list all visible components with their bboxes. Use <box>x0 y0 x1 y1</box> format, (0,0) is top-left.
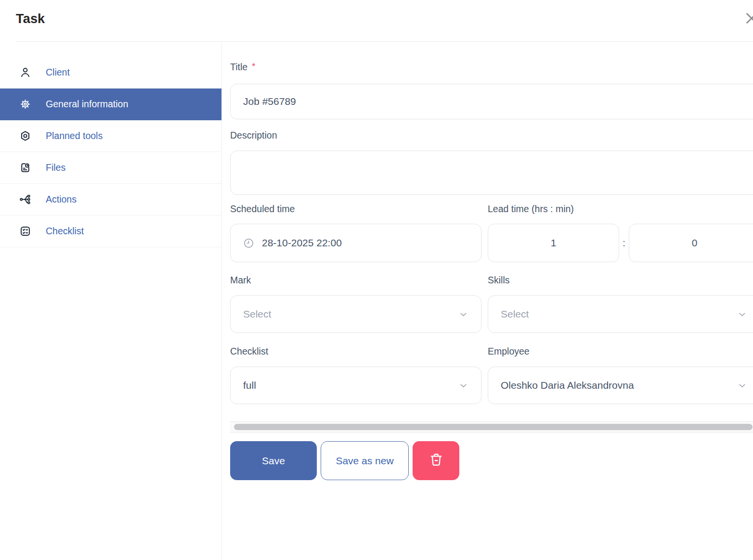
mark-select-placeholder: Select <box>243 308 271 320</box>
checklist-field-group: Checklist full <box>230 346 481 404</box>
save-button[interactable]: Save <box>230 441 317 480</box>
employee-select[interactable]: Oleshko Daria Aleksandrovna <box>488 367 753 404</box>
form-actions: Save Save as new <box>230 441 753 480</box>
task-modal: { "header": { "title": "Task" }, "sideba… <box>0 0 753 560</box>
lead-time-separator: : <box>619 238 629 249</box>
modal-header: Task <box>0 0 753 42</box>
sidebar-item-label: Actions <box>46 194 77 205</box>
skills-select-placeholder: Select <box>501 308 529 320</box>
chevron-down-icon <box>737 309 747 319</box>
skills-label: Skills <box>488 275 510 286</box>
close-icon[interactable] <box>744 11 753 26</box>
lead-time-field-group: Lead time (hrs : min) : <box>488 204 753 262</box>
sidebar-item-checklist[interactable]: Checklist <box>0 216 221 247</box>
employee-field-group: Employee Oleshko Daria Aleksandrovna <box>488 346 753 404</box>
lead-time-minutes-input[interactable] <box>629 224 753 262</box>
checklist-select-value: full <box>243 380 256 391</box>
chevron-down-icon <box>737 381 747 391</box>
scheduled-time-label: Scheduled time <box>230 204 295 215</box>
scheduled-time-value: 28-10-2025 22:00 <box>262 237 342 249</box>
page-title: Task <box>16 12 45 26</box>
description-field-group: Description <box>230 119 753 195</box>
sidebar-item-general-information[interactable]: General information <box>0 89 221 120</box>
flow-branch-icon <box>19 193 31 205</box>
task-form: Title* Description Scheduled time 28 <box>222 42 753 560</box>
sidebar-item-label: Files <box>46 162 65 173</box>
hexagon-nut-icon <box>19 130 31 142</box>
mark-label: Mark <box>230 275 251 286</box>
file-clock-icon <box>19 162 31 174</box>
header-divider <box>16 41 753 42</box>
checklist-employee-row: Checklist full Employee Oleshko Daria Al… <box>230 346 753 404</box>
mark-skills-row: Mark Select Skills Select <box>230 275 753 333</box>
delete-button[interactable] <box>413 441 459 480</box>
title-field-group: Title* <box>230 62 753 119</box>
employee-label: Employee <box>488 346 530 357</box>
horizontal-scrollbar-thumb[interactable] <box>234 424 753 430</box>
skills-select[interactable]: Select <box>488 295 753 333</box>
lead-time-label: Lead time (hrs : min) <box>488 204 574 215</box>
mark-select[interactable]: Select <box>230 295 481 333</box>
employee-select-value: Oleshko Daria Aleksandrovna <box>501 380 634 391</box>
checklist-label: Checklist <box>230 346 268 357</box>
gear-icon <box>19 98 31 110</box>
sidebar: Client General information Planned tools <box>0 42 222 560</box>
required-asterisk: * <box>252 62 255 71</box>
lead-time-inputs: : <box>488 224 753 262</box>
horizontal-scrollbar-track[interactable] <box>230 421 753 433</box>
description-textarea[interactable] <box>230 151 753 195</box>
sidebar-item-planned-tools[interactable]: Planned tools <box>0 120 221 152</box>
trash-icon <box>428 451 444 470</box>
modal-body: Client General information Planned tools <box>0 42 753 560</box>
sidebar-item-label: Client <box>46 67 70 78</box>
sidebar-item-actions[interactable]: Actions <box>0 184 221 216</box>
save-as-new-button[interactable]: Save as new <box>321 441 409 480</box>
checklist-icon <box>19 225 31 237</box>
chevron-down-icon <box>458 381 468 391</box>
sidebar-item-client[interactable]: Client <box>0 57 221 89</box>
scheduled-time-field-group: Scheduled time 28-10-2025 22:00 <box>230 204 481 262</box>
mark-field-group: Mark Select <box>230 275 481 333</box>
scheduled-time-picker[interactable]: 28-10-2025 22:00 <box>230 224 481 262</box>
sidebar-item-files[interactable]: Files <box>0 152 221 184</box>
chevron-down-icon <box>458 309 468 319</box>
sidebar-item-label: Planned tools <box>46 130 103 141</box>
sidebar-item-label: Checklist <box>46 226 84 237</box>
title-label: Title <box>230 62 247 73</box>
checklist-select[interactable]: full <box>230 367 481 404</box>
skills-field-group: Skills Select <box>488 275 753 333</box>
clock-icon <box>243 238 254 249</box>
sidebar-item-label: General information <box>46 99 128 110</box>
lead-time-hours-input[interactable] <box>488 224 619 262</box>
time-row: Scheduled time 28-10-2025 22:00 Lead tim… <box>230 204 753 262</box>
title-input[interactable] <box>230 84 753 119</box>
description-label: Description <box>230 130 277 141</box>
user-icon <box>19 66 31 78</box>
